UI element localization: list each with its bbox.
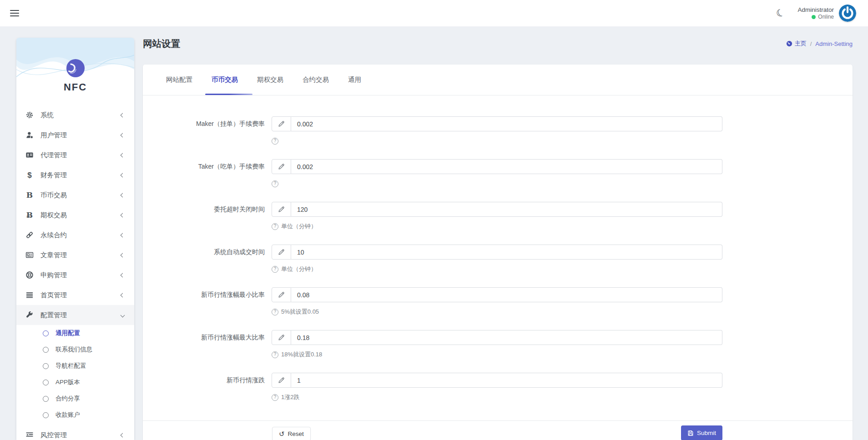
taker-fee-input[interactable] [291, 159, 722, 174]
sidebar-item-agents[interactable]: 代理管理 [16, 145, 134, 165]
user-status: Online [818, 14, 834, 20]
sidebar-menu: 系统 用户管理 代理管理 $ 财务管理 B [16, 105, 134, 325]
breadcrumb-separator: / [810, 40, 812, 47]
page-title: 网站设置 [143, 37, 180, 50]
submenu-item-navbar-config[interactable]: 导航栏配置 [16, 358, 134, 374]
auto-deal-time-input[interactable] [291, 245, 722, 260]
configuration-submenu: 通用配置 联系我们信息 导航栏配置 APP版本 合约分享 收款账户 [16, 325, 134, 423]
tab-contract-trading[interactable]: 合约交易 [300, 65, 332, 95]
online-status-dot [812, 15, 816, 19]
submenu-item-label: 通用配置 [56, 329, 80, 337]
sidebar-item-subscription[interactable]: 申购管理 [16, 265, 134, 285]
question-icon: ? [272, 180, 278, 187]
rise-fall-input[interactable] [291, 373, 722, 388]
circle-icon [43, 363, 49, 369]
sidebar-item-spot-trading[interactable]: B 币币交易 [16, 185, 134, 205]
chevron-left-icon [121, 213, 125, 217]
submenu-item-label: 联系我们信息 [56, 345, 92, 354]
form-footer: ↺ Reset Submit [143, 420, 853, 440]
field-label: 新币行情涨幅最大比率 [143, 330, 265, 359]
link-icon [25, 230, 34, 240]
tab-site-config[interactable]: 网站配置 [163, 65, 195, 95]
power-icon [839, 5, 856, 22]
form-row-min-rate: 新币行情涨幅最小比率 ? 5%就设置0.05 [143, 287, 853, 316]
circle-icon [43, 330, 49, 336]
chevron-left-icon [121, 433, 125, 437]
submenu-item-payment-account[interactable]: 收款账户 [16, 407, 134, 423]
sidebar-item-options-trading[interactable]: Ƀ 期权交易 [16, 205, 134, 225]
circle-icon [43, 347, 49, 353]
pencil-icon [272, 330, 291, 345]
min-rate-input[interactable] [291, 287, 722, 302]
dashboard-icon [786, 40, 792, 47]
max-rate-input[interactable] [291, 330, 722, 345]
breadcrumb-home-link[interactable]: 主页 [786, 40, 807, 48]
sidebar-item-label: 币币交易 [40, 191, 67, 200]
sidebar-item-articles[interactable]: 文章管理 [16, 245, 134, 265]
sidebar-item-risk-control[interactable]: 风控管理 [16, 425, 134, 440]
tab-options-trading[interactable]: 期权交易 [254, 65, 286, 95]
brand-logo[interactable]: NFC [16, 38, 134, 93]
field-hint: ? 18%就设置0.18 [272, 350, 722, 359]
avatar[interactable] [839, 5, 856, 22]
sidebar-item-label: 配置管理 [40, 311, 67, 320]
form-row-max-rate: 新币行情涨幅最大比率 ? 18%就设置0.18 [143, 330, 853, 359]
chevron-left-icon [121, 293, 125, 297]
bitcoin-icon: Ƀ [25, 210, 34, 220]
maker-fee-input[interactable] [291, 116, 722, 131]
chevron-left-icon [121, 193, 125, 197]
outdent-icon [25, 430, 34, 440]
question-icon: ? [272, 223, 278, 230]
field-label: 委托超时关闭时间 [143, 202, 265, 230]
chevron-down-icon [121, 313, 125, 317]
sidebar-item-finance[interactable]: $ 财务管理 [16, 165, 134, 185]
sidebar: NFC 系统 用户管理 代理管理 $ 财务管 [16, 38, 134, 440]
user-name: Administrator [797, 6, 834, 14]
reset-button[interactable]: ↺ Reset [272, 427, 311, 440]
field-hint: ? 单位（分钟） [272, 222, 722, 230]
submit-button[interactable]: Submit [681, 425, 722, 440]
moon-icon[interactable]: ☾ [775, 7, 787, 19]
submenu-item-contract-share[interactable]: 合约分享 [16, 390, 134, 407]
dollar-icon: $ [25, 170, 34, 180]
form-row-order-timeout: 委托超时关闭时间 ? 单位（分钟） [143, 202, 853, 230]
chevron-left-icon [121, 153, 125, 157]
gear-icon [25, 110, 34, 120]
sidebar-item-label: 期权交易 [40, 211, 67, 220]
submenu-item-label: 收款账户 [56, 411, 80, 419]
submenu-item-label: 合约分享 [56, 395, 80, 403]
sidebar-item-configuration[interactable]: 配置管理 [16, 305, 134, 325]
submenu-item-app-version[interactable]: APP版本 [16, 374, 134, 390]
question-icon: ? [272, 266, 278, 273]
question-icon: ? [272, 351, 278, 358]
submenu-item-label: APP版本 [56, 378, 80, 386]
sidebar-item-label: 用户管理 [40, 131, 67, 140]
bars-icon [25, 290, 34, 300]
order-timeout-input[interactable] [291, 202, 722, 217]
tab-general[interactable]: 通用 [345, 65, 364, 95]
life-ring-icon [25, 270, 34, 280]
field-hint: ? 1涨2跌 [272, 393, 722, 401]
submenu-item-contact-info[interactable]: 联系我们信息 [16, 341, 134, 358]
id-card-icon [25, 150, 34, 160]
sidebar-item-homepage[interactable]: 首页管理 [16, 285, 134, 305]
pencil-icon [272, 373, 291, 388]
form-row-rise-fall: 新币行情涨跌 ? 1涨2跌 [143, 373, 853, 401]
field-label: 系统自动成交时间 [143, 245, 265, 273]
tab-spot-trading[interactable]: 币币交易 [209, 65, 241, 95]
field-label: Maker（挂单）手续费率 [143, 116, 265, 145]
pencil-icon [272, 116, 291, 131]
hamburger-menu-icon[interactable] [10, 9, 19, 18]
sidebar-item-perpetual[interactable]: 永续合约 [16, 225, 134, 245]
form-row-maker-fee: Maker（挂单）手续费率 ? [143, 116, 853, 145]
submenu-item-general-config[interactable]: 通用配置 [16, 325, 134, 341]
sidebar-item-label: 申购管理 [40, 271, 67, 280]
sidebar-item-system[interactable]: 系统 [16, 105, 134, 125]
user-menu[interactable]: Administrator Online [797, 5, 856, 22]
field-hint: ? [272, 137, 722, 145]
sidebar-item-users[interactable]: 用户管理 [16, 125, 134, 145]
field-label: 新币行情涨跌 [143, 373, 265, 401]
circle-icon [43, 412, 49, 418]
circle-icon [43, 396, 49, 402]
page-header: 网站设置 主页 / Admin-Setting [143, 33, 853, 55]
